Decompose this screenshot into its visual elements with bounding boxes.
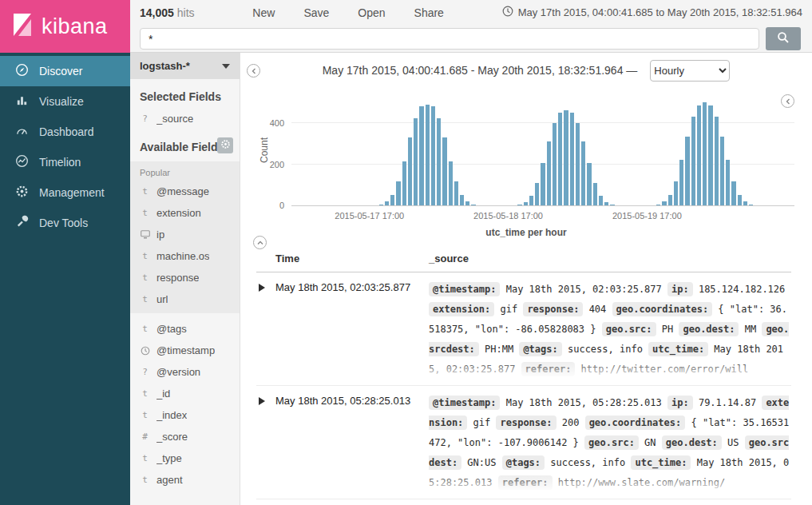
field-item-id[interactable]: t_id [130,383,240,404]
field-item-tags[interactable]: t@tags [130,318,240,340]
histogram-bar[interactable] [385,201,389,205]
histogram-bar[interactable] [524,202,528,205]
histogram-bar[interactable] [743,201,747,205]
histogram-bar[interactable] [465,201,469,205]
nav-item-management[interactable]: Management [0,177,130,208]
selected-fields-list: ?_source [130,108,240,129]
histogram-bar[interactable] [426,105,430,205]
histogram-bar[interactable] [599,196,603,205]
histogram-bar[interactable] [408,137,412,205]
histogram-bar[interactable] [529,196,533,205]
histogram-bar[interactable] [679,160,683,205]
histogram-bar[interactable] [471,205,475,205]
histogram-bar[interactable] [697,105,701,205]
nav-item-visualize[interactable]: Visualize [0,86,130,117]
field-item-source[interactable]: ?_source [130,108,240,129]
time-range-picker[interactable]: May 17th 2015, 04:00:41.685 to May 20th … [502,6,802,19]
histogram-bar[interactable] [656,205,660,205]
field-type-icon: t [140,186,150,197]
histogram-bar[interactable] [541,163,545,205]
histogram-bar[interactable] [587,163,591,205]
histogram-bar[interactable] [581,141,585,205]
menu-item-save[interactable]: Save [303,6,329,19]
field-name: @message [156,185,209,197]
histogram-bar[interactable] [396,181,400,205]
histogram-bar[interactable] [662,201,666,205]
field-item-index[interactable]: t_index [130,404,240,426]
search-button[interactable] [766,27,801,50]
histogram-bar[interactable] [553,123,557,205]
histogram-bar[interactable] [558,113,562,205]
expand-row-caret[interactable] [259,284,265,292]
histogram-bar[interactable] [685,137,689,205]
wrench-icon [15,215,29,231]
histogram-bar[interactable] [576,123,580,205]
kibana-logo[interactable]: kibana [0,0,130,53]
histogram-bar[interactable] [738,195,742,205]
collapse-sidebar-button[interactable] [247,64,260,78]
field-item-type[interactable]: t_type [130,447,240,469]
field-item-agent[interactable]: tagent [130,469,240,491]
histogram-bar[interactable] [715,117,719,205]
search-input[interactable] [140,28,759,50]
collapse-chart-button[interactable] [781,94,794,108]
histogram-bar[interactable] [431,106,435,205]
histogram-bar[interactable] [610,205,614,205]
histogram-bar[interactable] [668,195,672,205]
field-item-timestamp[interactable]: @timestamp [130,340,240,361]
field-name: _score [156,431,188,443]
nav-item-timelion[interactable]: Timelion [0,147,130,177]
field-item-ip[interactable]: ip [130,224,240,245]
histogram-bar[interactable] [390,195,394,205]
histogram-bar[interactable] [593,183,597,205]
nav-item-discover[interactable]: Discover [0,56,130,86]
histogram-bar[interactable] [720,137,724,205]
field-item-response[interactable]: tresponse [130,267,240,288]
field-item-url[interactable]: turl [130,288,240,310]
histogram-bar[interactable] [731,181,735,205]
interval-select[interactable]: Hourly [650,60,730,82]
histogram-bar[interactable] [419,106,423,205]
histogram-bar[interactable] [460,195,464,205]
histogram-bar[interactable] [437,118,441,205]
histogram-bar[interactable] [564,110,568,205]
field-item-message[interactable]: t@message [130,181,240,202]
popular-fields-block: Popular t@messagetextensioniptmachine.os… [130,161,240,313]
histogram-bar[interactable] [708,105,712,205]
histogram-bar[interactable] [749,205,753,205]
main-content: May 17th 2015, 04:00:41.685 - May 20th 2… [240,53,812,505]
nav-item-dev-tools[interactable]: Dev Tools [0,208,130,238]
histogram-bar[interactable] [535,183,539,205]
index-pattern-selector[interactable]: logstash-* [130,53,240,79]
expand-row-caret[interactable] [259,397,265,405]
histogram-bar[interactable] [674,181,678,205]
histogram-bar[interactable] [402,161,406,205]
field-item-machineos[interactable]: tmachine.os [130,245,240,267]
column-header-time[interactable]: Time [275,252,429,264]
histogram-bar[interactable] [570,113,574,205]
histogram-bar[interactable] [604,202,608,205]
collapse-histogram-button[interactable] [253,236,267,249]
column-header-source[interactable]: _source [429,252,791,264]
histogram-bar[interactable] [414,118,418,205]
histogram-bar[interactable] [547,141,551,205]
histogram-bar[interactable] [442,137,446,205]
nav-item-dashboard[interactable]: Dashboard [0,117,130,147]
menu-item-new[interactable]: New [252,6,275,19]
menu-item-open[interactable]: Open [358,6,385,19]
histogram-bar[interactable] [703,102,707,205]
field-name: agent [156,474,183,486]
histogram-bar[interactable] [517,205,521,205]
histogram-bar[interactable] [449,161,453,205]
field-item-version[interactable]: ?@version [130,361,240,383]
histogram-bar[interactable] [379,205,383,205]
field-name: _index [156,409,187,421]
histogram-bar[interactable] [454,181,458,205]
field-key-badge: geo.src: [602,322,656,336]
field-settings-button[interactable] [217,137,233,153]
menu-item-share[interactable]: Share [414,6,444,19]
field-item-extension[interactable]: textension [130,202,240,224]
histogram-bar[interactable] [726,160,730,205]
field-item-score[interactable]: #_score [130,426,240,447]
histogram-bar[interactable] [691,117,695,205]
